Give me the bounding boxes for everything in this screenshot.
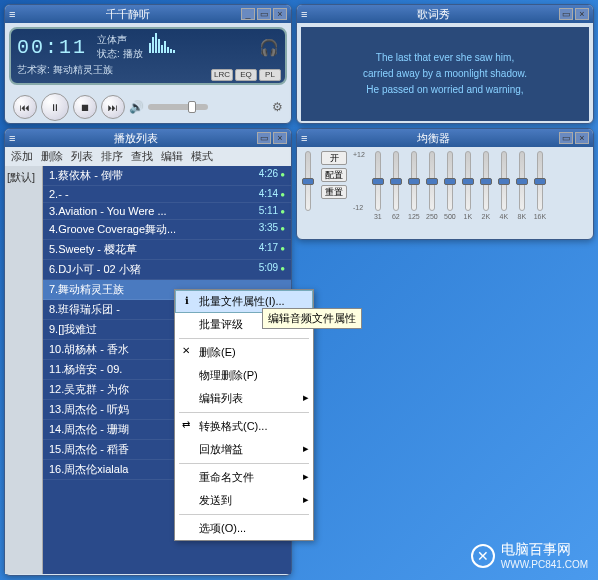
- headphone-icon[interactable]: 🎧: [259, 38, 279, 57]
- lyrics-body: The last that ever she saw him, carried …: [301, 27, 589, 121]
- context-menu-item[interactable]: 选项(O)...: [175, 517, 313, 540]
- context-menu-item[interactable]: ✕删除(E): [175, 341, 313, 364]
- player-title: 千千静听: [15, 7, 241, 22]
- lyrics-titlebar[interactable]: ≡ 歌词秀 ▭ ×: [297, 5, 593, 23]
- close-button[interactable]: ×: [575, 132, 589, 144]
- player-controls: ⏮ ⏸ ⏹ ⏭ 🔊 ⚙: [5, 89, 291, 125]
- eq-band-slider[interactable]: 500: [443, 151, 457, 220]
- restore-button[interactable]: ▭: [257, 8, 271, 20]
- preamp-slider[interactable]: [301, 151, 315, 211]
- menu-item-label: 转换格式(C)...: [199, 420, 267, 432]
- eq-band-slider[interactable]: 62: [389, 151, 403, 220]
- stereo-label: 立体声: [97, 33, 143, 47]
- status-value: 播放: [123, 48, 143, 59]
- restore-button[interactable]: ▭: [559, 8, 573, 20]
- context-menu-item[interactable]: 回放增益▸: [175, 438, 313, 461]
- lyric-line: He passed on worried and warning,: [366, 82, 523, 98]
- eq-config-button[interactable]: 配置: [321, 168, 347, 182]
- lyric-line: carried away by a moonlight shadow.: [363, 66, 527, 82]
- menu-item-label: 发送到: [199, 494, 232, 506]
- menu-item-label: 批量文件属性(I)...: [199, 295, 285, 307]
- eq-band-slider[interactable]: 4K: [497, 151, 511, 220]
- lrc-button[interactable]: LRC: [211, 69, 233, 81]
- restore-button[interactable]: ▭: [559, 132, 573, 144]
- eq-button[interactable]: EQ: [235, 69, 257, 81]
- playlist-menu-item[interactable]: 删除: [41, 149, 63, 164]
- next-button[interactable]: ⏭: [101, 95, 125, 119]
- pause-button[interactable]: ⏸: [41, 93, 69, 121]
- volume-slider[interactable]: [148, 104, 208, 110]
- track-row[interactable]: 3.Aviation - You Were ...5:11●: [43, 203, 291, 220]
- lyric-line: The last that ever she saw him,: [376, 50, 514, 66]
- track-row[interactable]: 2.- -4:14●: [43, 186, 291, 203]
- x-icon: ✕: [179, 345, 193, 359]
- eq-on-button[interactable]: 开: [321, 151, 347, 165]
- menu-item-label: 物理删除(P): [199, 369, 258, 381]
- gear-icon[interactable]: ⚙: [272, 100, 283, 114]
- eq-titlebar[interactable]: ≡ 均衡器 ▭ ×: [297, 129, 593, 147]
- artist-value: 舞动精灵王族: [53, 64, 113, 75]
- close-button[interactable]: ×: [273, 132, 287, 144]
- eq-band-slider[interactable]: 8K: [515, 151, 529, 220]
- playlist-menu-item[interactable]: 模式: [191, 149, 213, 164]
- playlist-title: 播放列表: [15, 131, 257, 146]
- eq-band-slider[interactable]: 1K: [461, 151, 475, 220]
- playlist-menu-item[interactable]: 编辑: [161, 149, 183, 164]
- track-row[interactable]: 6.DJ小可 - 02 小猪5:09●: [43, 260, 291, 280]
- menu-item-label: 批量评级: [199, 318, 243, 330]
- submenu-arrow-icon: ▸: [303, 493, 309, 506]
- speaker-icon[interactable]: 🔊: [129, 100, 144, 114]
- lyrics-window: ≡ 歌词秀 ▭ × The last that ever she saw him…: [296, 4, 594, 124]
- submenu-arrow-icon: ▸: [303, 470, 309, 483]
- playlist-sidebar[interactable]: [默认]: [5, 166, 43, 574]
- eq-title: 均衡器: [307, 131, 559, 146]
- track-row[interactable]: 1.蔡依林 - 倒带4:26●: [43, 166, 291, 186]
- eq-band-slider[interactable]: 125: [407, 151, 421, 220]
- player-display: 00:11 立体声 状态: 播放 🎧 艺术家: 舞动精灵王族 LRC EQ PL: [9, 27, 287, 85]
- context-menu-item[interactable]: 重命名文件▸: [175, 466, 313, 489]
- tooltip: 编辑音频文件属性: [262, 308, 362, 329]
- track-row[interactable]: 4.Groove Coverage舞动...3:35●: [43, 220, 291, 240]
- eq-band-slider[interactable]: 2K: [479, 151, 493, 220]
- eq-band-slider[interactable]: 250: [425, 151, 439, 220]
- menu-separator: [179, 412, 309, 413]
- playlist-titlebar[interactable]: ≡ 播放列表 ▭ ×: [5, 129, 291, 147]
- context-menu-item[interactable]: 发送到▸: [175, 489, 313, 512]
- context-menu-item[interactable]: 物理删除(P): [175, 364, 313, 387]
- playlist-menu-item[interactable]: 添加: [11, 149, 33, 164]
- lyrics-title: 歌词秀: [307, 7, 559, 22]
- menu-item-label: 删除(E): [199, 346, 236, 358]
- eq-band-slider[interactable]: 31: [371, 151, 385, 220]
- prev-button[interactable]: ⏮: [13, 95, 37, 119]
- logo-icon: ✕: [471, 544, 495, 568]
- eq-reset-button[interactable]: 重置: [321, 185, 347, 199]
- eq-band-slider[interactable]: 16K: [533, 151, 547, 220]
- menu-item-label: 选项(O)...: [199, 522, 246, 534]
- menu-item-label: 编辑列表: [199, 392, 243, 404]
- pl-button[interactable]: PL: [259, 69, 281, 81]
- menu-separator: [179, 514, 309, 515]
- equalizer-window: ≡ 均衡器 ▭ × 开 配置 重置 +12 -12 31621252505001…: [296, 128, 594, 240]
- menu-item-label: 回放增益: [199, 443, 243, 455]
- context-menu-item[interactable]: ⇄转换格式(C)...: [175, 415, 313, 438]
- submenu-arrow-icon: ▸: [303, 442, 309, 455]
- context-menu-item[interactable]: 编辑列表▸: [175, 387, 313, 410]
- menu-item-label: 重命名文件: [199, 471, 254, 483]
- stop-button[interactable]: ⏹: [73, 95, 97, 119]
- playlist-menu-item[interactable]: 查找: [131, 149, 153, 164]
- close-button[interactable]: ×: [273, 8, 287, 20]
- submenu-arrow-icon: ▸: [303, 391, 309, 404]
- playlist-menu-item[interactable]: 列表: [71, 149, 93, 164]
- playlist-menu-item[interactable]: 排序: [101, 149, 123, 164]
- minimize-button[interactable]: _: [241, 8, 255, 20]
- track-row[interactable]: 5.Sweety - 樱花草4:17●: [43, 240, 291, 260]
- restore-button[interactable]: ▭: [257, 132, 271, 144]
- menu-separator: [179, 463, 309, 464]
- player-window: ≡ 千千静听 _ ▭ × 00:11 立体声 状态: 播放 🎧 艺术家: 舞动精…: [4, 4, 292, 124]
- close-button[interactable]: ×: [575, 8, 589, 20]
- spectrum-icon: [149, 33, 175, 53]
- player-titlebar[interactable]: ≡ 千千静听 _ ▭ ×: [5, 5, 291, 23]
- menu-separator: [179, 338, 309, 339]
- playback-time: 00:11: [17, 36, 87, 59]
- playlist-menubar: 添加删除列表排序查找编辑模式: [5, 147, 291, 166]
